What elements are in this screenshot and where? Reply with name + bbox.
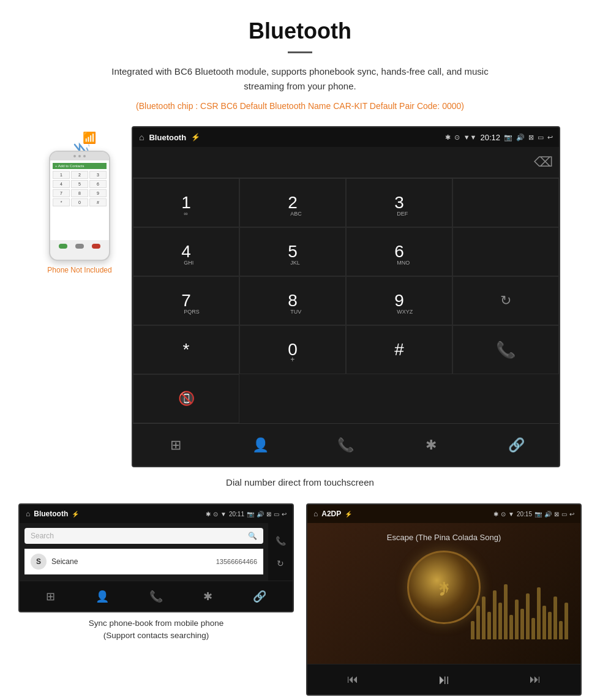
- dial-call-button[interactable]: 📞: [452, 325, 559, 374]
- pb-bottom-bar: ⊞ 👤 📞 ✱ 🔗: [20, 581, 293, 611]
- music-next-button[interactable]: ⏭: [530, 673, 541, 686]
- dial-key-6[interactable]: 6MNO: [346, 227, 452, 276]
- dial-key-star[interactable]: *: [133, 325, 239, 374]
- pb-bottom-link[interactable]: 🔗: [253, 590, 266, 603]
- dial-key-1[interactable]: 1∞: [133, 178, 239, 227]
- backspace-button[interactable]: ⌫: [534, 154, 553, 170]
- dial-key-3[interactable]: 3DEF: [346, 178, 452, 227]
- pb-location-icon: ⊙: [213, 511, 218, 517]
- music-bluetooth-overlay: ✱: [438, 579, 449, 595]
- dial-key-8[interactable]: 8TUV: [239, 276, 346, 325]
- dial-cell-empty-2: [452, 227, 559, 276]
- page-title: Bluetooth: [12, 18, 588, 44]
- dialpad-grid: 1∞ 2ABC 3DEF 4GHI 5JKL 6MNO: [133, 178, 559, 423]
- phone-not-included-label: Phone Not Included: [47, 266, 111, 274]
- pb-screen-title: Bluetooth: [34, 510, 68, 518]
- pb-screen-icon: ▭: [274, 511, 279, 517]
- pb-close-icon: ⊠: [266, 511, 271, 517]
- music-art-wrapper: ♪ ✱: [407, 551, 481, 624]
- bottom-phone-icon[interactable]: 📞: [303, 424, 388, 466]
- pb-contact-name: Seicane: [51, 557, 78, 566]
- music-song-title: Escape (The Pina Colada Song): [387, 533, 501, 542]
- dial-key-0[interactable]: 0+: [239, 325, 346, 374]
- music-bluetooth-icon: ✱: [493, 511, 498, 517]
- music-screen-title: A2DP: [321, 510, 341, 518]
- pb-call-icon[interactable]: 📞: [276, 536, 286, 546]
- title-divider: [288, 51, 312, 53]
- dial-key-5[interactable]: 5JKL: [239, 227, 346, 276]
- bottom-link-icon[interactable]: 🔗: [474, 424, 559, 466]
- screen-icon: ▭: [538, 134, 544, 141]
- music-close-icon: ⊠: [554, 511, 559, 517]
- music-volume-icon: 🔊: [544, 511, 552, 517]
- dial-status-bar: ⌂ Bluetooth ⚡ ✱ ⊙ ▼▼ 20:12 📷 🔊 ⊠ ▭ ↩: [133, 127, 559, 147]
- music-usb-icon: ⚡: [345, 511, 352, 517]
- music-back-icon[interactable]: ↩: [569, 511, 574, 517]
- equalizer-bars: [471, 554, 568, 639]
- music-block: ⌂ A2DP ⚡ ✱ ⊙ ▼ 20:15 📷 🔊 ⊠ ▭ ↩: [306, 503, 582, 700]
- music-home-icon[interactable]: ⌂: [313, 510, 318, 518]
- phonebook-screen: ⌂ Bluetooth ⚡ ✱ ⊙ ▼ 20:11 📷 🔊 ⊠: [18, 503, 294, 612]
- pb-bottom-phone[interactable]: 📞: [149, 590, 163, 603]
- pb-contact-row[interactable]: S Seicane 13566664466: [24, 549, 263, 574]
- bottom-bluetooth-icon[interactable]: ✱: [389, 424, 474, 466]
- pb-camera-icon: 📷: [247, 511, 254, 517]
- pb-bluetooth-icon: ✱: [206, 511, 211, 517]
- dial-key-4[interactable]: 4GHI: [133, 227, 239, 276]
- music-screen: ⌂ A2DP ⚡ ✱ ⊙ ▼ 20:15 📷 🔊 ⊠ ▭ ↩: [306, 503, 582, 696]
- pb-search-bar[interactable]: Search 🔍: [24, 528, 263, 544]
- music-location-icon: ⊙: [501, 511, 506, 517]
- pb-bottom-dialpad[interactable]: ⊞: [46, 590, 55, 603]
- phonebook-block: ⌂ Bluetooth ⚡ ✱ ⊙ ▼ 20:11 📷 🔊 ⊠: [18, 503, 294, 700]
- pb-bottom-bluetooth[interactable]: ✱: [203, 590, 212, 603]
- bluetooth-info: (Bluetooth chip : CSR BC6 Default Blueto…: [12, 99, 588, 114]
- bluetooth-status-icon: ✱: [445, 134, 451, 141]
- pb-refresh-icon[interactable]: ↻: [277, 559, 284, 568]
- main-content: 📶: [0, 120, 600, 700]
- music-content: Escape (The Pina Colada Song) ♪ ✱: [307, 523, 580, 664]
- bottom-dialpad-icon[interactable]: ⊞: [133, 424, 218, 466]
- pb-usb-icon: ⚡: [72, 511, 79, 517]
- dial-end-button[interactable]: 📵: [133, 374, 239, 423]
- music-camera-icon: 📷: [534, 511, 542, 517]
- bottom-contacts-icon[interactable]: 👤: [218, 424, 303, 466]
- usb-icon: ⚡: [191, 133, 200, 141]
- home-icon[interactable]: ⌂: [139, 132, 144, 142]
- music-time: 20:15: [517, 511, 532, 517]
- close-icon: ⊠: [528, 134, 534, 141]
- android-dial-screen: ⌂ Bluetooth ⚡ ✱ ⊙ ▼▼ 20:12 📷 🔊 ⊠ ▭ ↩: [132, 126, 560, 467]
- dial-key-hash[interactable]: #: [346, 325, 452, 374]
- location-icon: ⊙: [454, 134, 460, 141]
- pb-right-panel: 📞 ↻: [268, 523, 293, 581]
- music-screen-icon: ▭: [561, 511, 567, 517]
- phonebook-caption: Sync phone-book from mobile phone (Suppo…: [89, 617, 224, 642]
- status-time: 20:12: [480, 133, 500, 142]
- phone-mockup-area: 📶: [40, 151, 119, 274]
- pb-bottom-contacts[interactable]: 👤: [96, 590, 109, 603]
- subtitle: Integrated with BC6 Bluetooth module, su…: [92, 64, 508, 94]
- dial-key-9[interactable]: 9WXYZ: [346, 276, 452, 325]
- dial-caption: Dial number direct from touchscreen: [226, 477, 374, 487]
- pb-volume-icon: 🔊: [257, 511, 264, 517]
- dial-cell-empty-1: [452, 178, 559, 227]
- bottom-screenshots: ⌂ Bluetooth ⚡ ✱ ⊙ ▼ 20:11 📷 🔊 ⊠: [18, 503, 582, 700]
- pb-status-bar: ⌂ Bluetooth ⚡ ✱ ⊙ ▼ 20:11 📷 🔊 ⊠: [20, 505, 293, 523]
- pb-signal-icon: ▼: [220, 511, 227, 517]
- pb-contact-number: 13566664466: [216, 558, 257, 565]
- pb-home-icon[interactable]: ⌂: [26, 510, 30, 518]
- back-icon[interactable]: ↩: [547, 134, 553, 141]
- pb-back-icon[interactable]: ↩: [282, 511, 287, 517]
- dial-reload-button[interactable]: ↻: [452, 276, 559, 325]
- music-play-button[interactable]: ⏯: [437, 672, 451, 688]
- dial-display: ⌫: [133, 147, 559, 178]
- pb-contact-avatar: S: [31, 554, 47, 570]
- page-header: Bluetooth Integrated with BC6 Bluetooth …: [0, 0, 600, 120]
- dial-screen-title: Bluetooth: [149, 133, 186, 142]
- dial-key-2[interactable]: 2ABC: [239, 178, 346, 227]
- pb-search-icon[interactable]: 🔍: [248, 532, 257, 540]
- volume-icon: 🔊: [516, 134, 525, 141]
- music-prev-button[interactable]: ⏮: [347, 673, 358, 686]
- dial-key-7[interactable]: 7PQRS: [133, 276, 239, 325]
- signal-icon: ▼▼: [463, 134, 477, 141]
- music-controls: ⏮ ⏯ ⏭: [307, 664, 580, 694]
